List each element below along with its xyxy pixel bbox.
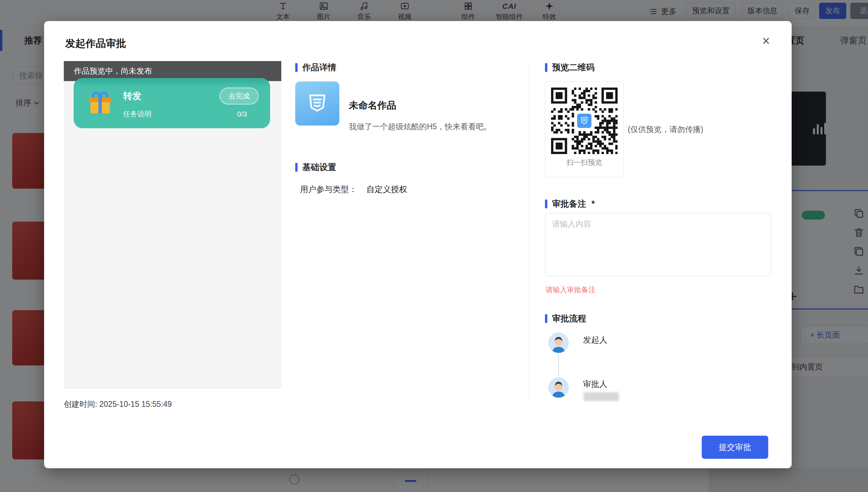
participation-value: 自定义授权 [366, 185, 407, 194]
section-bar [545, 63, 547, 72]
work-description: 我做了一个超级炫酷的H5，快来看看吧。 [349, 121, 491, 132]
approval-modal: 发起作品审批 × 作品预览中，尚未发布 转发 去完成 [44, 21, 792, 468]
initiator-avatar [548, 333, 569, 353]
section-bar [295, 163, 298, 172]
html5-shield-icon [306, 93, 328, 114]
modal-title: 发起作品审批 [65, 37, 126, 51]
task-subtitle: 任务说明 [123, 109, 152, 119]
work-preview-panel: 作品预览中，尚未发布 转发 去完成 任务说明 0/3 [64, 61, 281, 389]
app-stage: 文本 图片 音乐 视频 [0, 0, 868, 492]
html5-shield-icon [580, 116, 589, 125]
section-bar [545, 314, 547, 323]
go-complete-button[interactable]: 去完成 [220, 88, 259, 105]
approver-avatar [548, 377, 569, 398]
section-bar [545, 200, 547, 208]
section-title: 预览二维码 [552, 62, 595, 73]
section-approval-remarks: 审批备注 * [545, 198, 595, 209]
flow-step-approver: 审批人 [583, 379, 607, 390]
submit-approval-button[interactable]: 提交审批 [702, 436, 768, 459]
section-title: 审批流程 [552, 313, 586, 324]
section-preview-qr: 预览二维码 [545, 62, 595, 73]
vertical-divider [529, 62, 529, 402]
section-title: 作品详情 [302, 62, 336, 73]
section-approval-flow: 审批流程 [545, 313, 586, 324]
remarks-error-text: 请输入审批备注 [546, 285, 596, 295]
section-title: 审批备注 [552, 198, 586, 209]
section-basic-settings: 基础设置 [295, 162, 336, 173]
section-work-details: 作品详情 [295, 62, 336, 73]
flow-step-initiator: 发起人 [583, 335, 607, 345]
work-title: 未命名作品 [349, 99, 396, 112]
work-thumbnail [295, 81, 339, 126]
close-icon[interactable]: × [762, 34, 770, 48]
task-progress: 0/3 [237, 110, 247, 118]
participation-label: 用户参与类型： [300, 185, 357, 194]
gift-icon [87, 90, 114, 117]
scan-preview-label: 扫一扫预览 [545, 158, 623, 167]
section-bar [295, 63, 298, 72]
flow-connector [558, 354, 559, 376]
task-title: 转发 [123, 90, 141, 102]
approver-name-redacted [584, 392, 619, 401]
qr-box: 扫一扫预览 [545, 81, 624, 177]
required-mark: * [591, 199, 595, 209]
remarks-textarea[interactable] [545, 213, 771, 276]
task-card: 转发 去完成 任务说明 0/3 [74, 78, 270, 128]
section-title: 基础设置 [302, 162, 336, 173]
participation-row: 用户参与类型：自定义授权 [300, 184, 407, 195]
created-time: 创建时间: 2025-10-15 15:55:49 [64, 399, 172, 410]
qr-note: (仅供预览，请勿传播) [628, 124, 703, 135]
qr-center-logo [576, 113, 592, 129]
